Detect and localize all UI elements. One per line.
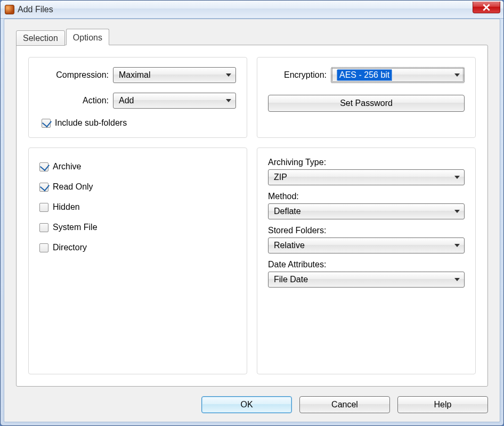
chevron-down-icon [454,244,460,247]
method-value: Deflate [274,207,301,216]
tab-selection[interactable]: Selection [16,30,65,46]
ok-button[interactable]: OK [201,396,292,413]
encryption-value: AES - 256 bit [337,69,392,81]
compression-value: Maximal [119,70,151,80]
close-button[interactable] [473,2,500,13]
archiving-type-label: Archiving Type: [268,158,465,167]
tabstrip: Selection Options [16,29,488,45]
archive-checkbox[interactable] [39,162,48,171]
chevron-down-icon [226,99,231,102]
stored-folders-value: Relative [274,241,305,250]
group-attributes: Archive Read Only Hidden System File Dir… [28,148,247,374]
date-attributes-select[interactable]: File Date [268,272,465,288]
include-subfolders-label: Include sub-folders [55,118,127,128]
directory-label: Directory [53,243,87,252]
method-label: Method: [268,192,465,201]
date-attributes-value: File Date [274,275,308,284]
chevron-down-icon [454,176,460,179]
systemfile-checkbox[interactable] [39,223,48,232]
action-value: Add [119,96,134,105]
cancel-button[interactable]: Cancel [299,396,390,413]
archiving-type-select[interactable]: ZIP [268,169,465,185]
chevron-down-icon [454,210,460,213]
titlebar: Add Files [1,1,503,19]
tab-options[interactable]: Options [66,29,109,45]
stored-folders-label: Stored Folders: [268,226,465,235]
chevron-down-icon [226,73,231,77]
systemfile-label: System File [53,223,97,232]
hidden-checkbox[interactable] [39,203,48,212]
group-encryption: Encryption: AES - 256 bit Set Password [257,57,476,138]
encryption-label: Encryption: [268,70,327,80]
archiving-type-value: ZIP [274,173,287,182]
readonly-checkbox[interactable] [39,183,48,192]
dialog-footer: OK Cancel Help [16,387,488,413]
stored-folders-select[interactable]: Relative [268,237,465,253]
help-button[interactable]: Help [397,396,488,413]
action-select[interactable]: Add [113,93,236,109]
readonly-label: Read Only [53,182,93,192]
encryption-select[interactable]: AES - 256 bit [331,67,465,83]
date-attributes-label: Date Attributes: [268,260,465,269]
tab-panel-options: Compression: Maximal Action: Add Includ [16,45,488,387]
group-compression: Compression: Maximal Action: Add Includ [28,57,247,138]
compression-select[interactable]: Maximal [113,67,236,83]
action-label: Action: [39,96,109,105]
window: Add Files Selection Options Compression:… [0,0,504,426]
directory-checkbox[interactable] [39,243,48,252]
chevron-down-icon [454,278,460,281]
method-select[interactable]: Deflate [268,203,465,219]
close-icon [483,4,490,11]
include-subfolders-checkbox[interactable] [42,119,51,128]
compression-label: Compression: [39,70,109,80]
hidden-label: Hidden [53,202,80,212]
client-area: Selection Options Compression: Maximal A… [4,19,500,422]
archive-label: Archive [53,162,81,171]
group-archiving: Archiving Type: ZIP Method: Deflate Stor… [257,148,476,374]
chevron-down-icon [454,73,460,77]
set-password-button[interactable]: Set Password [268,95,465,112]
app-icon [5,5,14,14]
window-title: Add Files [18,5,53,14]
